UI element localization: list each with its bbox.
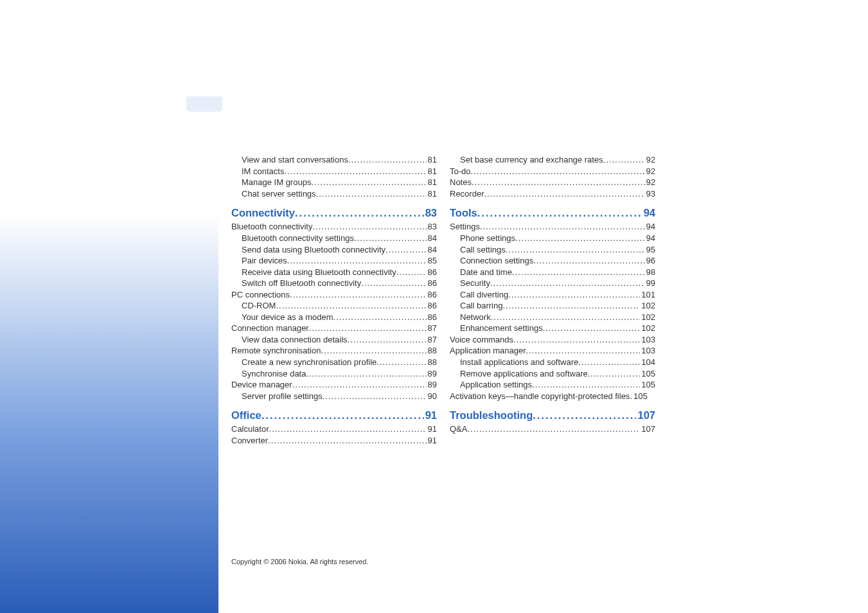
toc-entry[interactable]: Synchronise data89 [231, 368, 437, 380]
toc-leader-dots [490, 278, 645, 289]
toc-leader-dots [269, 423, 427, 435]
toc-leader-dots [309, 323, 427, 334]
toc-leader-dots [513, 334, 640, 346]
toc-entry[interactable]: Phone settings94 [450, 233, 655, 244]
toc-entry[interactable]: Application manager103 [450, 345, 655, 357]
toc-leader-dots [321, 345, 426, 357]
toc-section-heading[interactable]: Tools94 [450, 206, 655, 220]
toc-entry[interactable]: Your device as a modem86 [231, 312, 437, 323]
toc-entry[interactable]: Create a new synchronisation profile88 [231, 357, 437, 368]
toc-page-number: 81 [427, 154, 437, 166]
toc-entry[interactable]: Bluetooth connectivity83 [231, 221, 437, 233]
toc-entry[interactable]: Bluetooth connectivity settings84 [231, 233, 437, 244]
toc-entry[interactable]: Calculator91 [231, 423, 437, 435]
toc-entry[interactable]: Switch off Bluetooth connectivity86 [231, 278, 437, 289]
toc-entry[interactable]: Converter91 [231, 435, 437, 447]
toc-page-number: 107 [640, 423, 655, 435]
toc-page-number: 89 [427, 379, 437, 391]
toc-entry[interactable]: PC connections86 [231, 289, 437, 301]
toc-entry-label: Q&A [450, 423, 467, 435]
toc-page-number: 89 [427, 368, 437, 380]
toc-entry-label: Activation keys—handle copyright-protect… [450, 391, 630, 402]
toc-content: View and start conversations81IM contact… [231, 154, 655, 447]
toc-entry[interactable]: Manage IM groups81 [231, 177, 437, 188]
toc-entry-label: Your device as a modem [242, 312, 333, 323]
toc-page-number: 94 [645, 221, 655, 233]
toc-entry[interactable]: Enhancement settings102 [450, 323, 655, 334]
toc-page-number: 83 [424, 206, 437, 220]
toc-entry[interactable]: Application settings105 [450, 379, 655, 391]
toc-entry-label: Enhancement settings [460, 323, 543, 334]
toc-entry[interactable]: Voice commands103 [450, 334, 655, 346]
toc-leader-dots [467, 423, 640, 435]
toc-entry[interactable]: IM contacts81 [231, 166, 437, 177]
toc-entry-label: Security [460, 278, 490, 289]
toc-entry[interactable]: Settings94 [450, 221, 655, 233]
toc-entry[interactable]: To-do92 [450, 166, 655, 177]
toc-page-number: 95 [645, 244, 655, 256]
toc-entry[interactable]: Q&A107 [450, 423, 655, 435]
toc-page-number: 81 [427, 188, 437, 200]
toc-entry[interactable]: Chat server settings81 [231, 188, 437, 200]
toc-leader-dots [287, 255, 427, 267]
toc-entry[interactable]: Recorder93 [450, 188, 655, 200]
toc-entry[interactable]: Set base currency and exchange rates92 [450, 154, 655, 166]
toc-page-number: 91 [424, 408, 437, 422]
toc-leader-dots [484, 188, 644, 200]
toc-entry[interactable]: Call diverting101 [450, 289, 655, 301]
toc-entry[interactable]: Remote synchronisation88 [231, 345, 437, 357]
toc-entry-label: Device manager [231, 379, 292, 391]
toc-entry-label: Synchronise data [242, 368, 306, 380]
toc-entry[interactable]: Connection settings96 [450, 255, 655, 267]
toc-entry[interactable]: Pair devices85 [231, 255, 437, 267]
toc-leader-dots [472, 177, 645, 188]
toc-page-number: 83 [427, 221, 437, 233]
toc-entry[interactable]: Security99 [450, 278, 655, 289]
toc-page-number: 92 [645, 154, 655, 166]
toc-leader-dots [276, 300, 426, 312]
toc-section-heading[interactable]: Troubleshooting 107 [450, 408, 655, 422]
toc-leader-dots [515, 233, 645, 244]
copyright-text: Copyright © 2006 Nokia. All rights reser… [231, 558, 369, 565]
toc-entry[interactable]: Server profile settings90 [231, 391, 437, 402]
toc-entry[interactable]: Call settings95 [450, 244, 655, 256]
toc-entry[interactable]: Notes92 [450, 177, 655, 188]
toc-entry-label: Call barring [460, 300, 502, 312]
toc-section-label: Office [231, 408, 261, 422]
toc-right-column: Set base currency and exchange rates92To… [450, 154, 655, 447]
toc-entry[interactable]: Activation keys—handle copyright-protect… [450, 391, 655, 402]
toc-page-number: 103 [640, 345, 655, 357]
toc-entry[interactable]: View and start conversations81 [231, 154, 437, 166]
toc-entry[interactable]: Call barring102 [450, 300, 655, 312]
toc-section-heading[interactable]: Connectivity83 [231, 206, 437, 220]
toc-leader-dots [361, 278, 426, 289]
toc-leader-dots [526, 345, 641, 357]
toc-entry-label: Recorder [450, 188, 484, 200]
toc-entry[interactable]: Receive data using Bluetooth connectivit… [231, 267, 437, 278]
toc-page-number: 86 [427, 278, 437, 289]
toc-entry[interactable]: Network102 [450, 312, 655, 323]
toc-entry[interactable]: CD-ROM86 [231, 300, 437, 312]
toc-leader-dots [385, 244, 426, 256]
toc-entry[interactable]: Date and time98 [450, 267, 655, 278]
toc-page-number: 102 [640, 312, 655, 323]
toc-entry[interactable]: Remove applications and software105 [450, 368, 655, 380]
toc-entry[interactable]: Send data using Bluetooth connectivity84 [231, 244, 437, 256]
toc-leader-dots [290, 289, 426, 301]
toc-entry-label: View data connection details [242, 334, 348, 346]
toc-page-number: 86 [427, 267, 437, 278]
toc-leader-dots [512, 267, 645, 278]
toc-leader-dots [295, 206, 424, 220]
toc-page-number: 94 [642, 206, 655, 220]
toc-leader-dots [261, 408, 424, 422]
toc-entry[interactable]: Connection manager87 [231, 323, 437, 334]
toc-entry-label: Install applications and software [460, 357, 578, 368]
toc-entry[interactable]: Install applications and software104 [450, 357, 655, 368]
toc-left-column: View and start conversations81IM contact… [231, 154, 437, 447]
toc-entry[interactable]: View data connection details87 [231, 334, 437, 346]
toc-leader-dots [603, 154, 645, 166]
toc-section-heading[interactable]: Office91 [231, 408, 437, 422]
toc-entry[interactable]: Device manager89 [231, 379, 437, 391]
toc-page-number: 87 [427, 334, 437, 346]
toc-page-number: 105 [632, 391, 648, 402]
